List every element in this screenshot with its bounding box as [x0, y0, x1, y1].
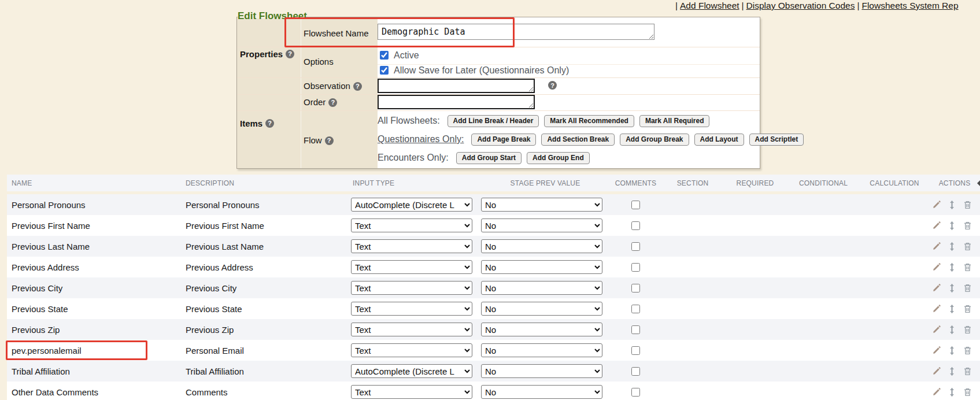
add-group-start-button[interactable]: Add Group Start	[456, 152, 522, 164]
move-icon[interactable]	[947, 200, 957, 210]
conditional-cell	[787, 382, 860, 400]
input-type-select[interactable]: Text	[351, 281, 472, 295]
delete-icon[interactable]	[963, 200, 972, 210]
comments-checkbox[interactable]	[631, 284, 640, 292]
input-type-select[interactable]: Text	[351, 302, 472, 316]
input-type-cell: Text	[351, 236, 481, 257]
delete-icon[interactable]	[963, 304, 972, 314]
stage-prev-value-select[interactable]: No	[481, 218, 602, 232]
observation-input[interactable]	[378, 79, 535, 93]
stage-prev-value-select[interactable]: No	[481, 239, 602, 253]
comments-checkbox[interactable]	[631, 305, 640, 313]
move-icon[interactable]	[947, 346, 957, 355]
delete-icon[interactable]	[963, 262, 972, 272]
comments-checkbox[interactable]	[631, 201, 640, 209]
stage-prev-value-cell: No	[481, 257, 609, 277]
stage-prev-value-cell: No	[481, 236, 609, 257]
add-section-break-button[interactable]: Add Section Break	[541, 134, 615, 146]
stage-prev-value-select[interactable]: No	[481, 281, 602, 295]
input-type-select[interactable]: Text	[351, 385, 472, 399]
add-group-break-button[interactable]: Add Group Break	[620, 134, 689, 146]
comments-checkbox[interactable]	[631, 325, 640, 334]
input-type-select[interactable]: Text	[351, 323, 472, 336]
stage-prev-value-select[interactable]: No	[481, 302, 602, 316]
move-icon[interactable]	[947, 366, 957, 376]
actions-cell	[929, 215, 980, 236]
stage-prev-value-select[interactable]: No	[481, 364, 602, 378]
delete-icon[interactable]	[963, 283, 972, 293]
active-checkbox[interactable]	[380, 51, 389, 60]
stage-prev-value-select[interactable]: No	[481, 343, 602, 357]
edit-icon[interactable]	[931, 366, 941, 376]
move-icon[interactable]	[947, 304, 957, 314]
comments-cell	[609, 361, 662, 382]
stage-prev-value-select[interactable]: No	[481, 323, 602, 336]
delete-icon[interactable]	[963, 242, 972, 251]
input-type-select[interactable]: Text	[351, 239, 472, 253]
properties-help-icon[interactable]	[286, 50, 294, 58]
mark-all-recommended-button[interactable]: Mark All Recommended	[544, 115, 634, 127]
add-line-break-header-button[interactable]: Add Line Break / Header	[448, 115, 539, 127]
flowsheet-name-input[interactable]: Demographic Data	[378, 24, 654, 40]
comments-checkbox[interactable]	[631, 367, 640, 376]
stage-prev-value-select[interactable]: No	[481, 260, 602, 274]
edit-icon[interactable]	[931, 200, 941, 210]
edit-icon[interactable]	[931, 346, 941, 355]
flow-help-icon[interactable]	[325, 136, 334, 145]
col-header-required: REQUIRED	[723, 175, 787, 191]
edit-icon[interactable]	[931, 304, 941, 314]
edit-icon[interactable]	[931, 242, 941, 251]
allow-save-checkbox[interactable]	[380, 66, 389, 75]
section-cell	[662, 319, 723, 340]
input-type-cell: Text	[351, 319, 481, 340]
move-icon[interactable]	[947, 262, 957, 272]
nav-link-display-observation-codes[interactable]: Display Observation Codes	[746, 1, 855, 10]
stage-prev-value-select[interactable]: No	[481, 198, 602, 212]
add-page-break-button[interactable]: Add Page Break	[471, 134, 536, 146]
edit-icon[interactable]	[931, 387, 941, 397]
nav-link-add-flowsheet[interactable]: Add Flowsheet	[680, 1, 739, 10]
items-help-icon[interactable]	[265, 119, 274, 128]
delete-icon[interactable]	[963, 221, 972, 231]
comments-cell	[609, 277, 662, 298]
order-help-icon[interactable]	[328, 98, 337, 107]
nav-link-flowsheets-system-rep[interactable]: Flowsheets System Rep	[861, 1, 958, 10]
input-type-cell: Text	[351, 382, 481, 400]
stage-prev-value-select[interactable]: No	[481, 385, 602, 399]
comments-checkbox[interactable]	[631, 242, 640, 251]
observation-label-help-icon[interactable]	[353, 82, 362, 91]
move-icon[interactable]	[947, 221, 957, 231]
input-type-select[interactable]: AutoComplete (Discrete L	[351, 364, 472, 378]
input-type-select[interactable]: Text	[351, 218, 472, 232]
flow-group-encounters-only: Encounters Only:Add Group StartAdd Group…	[378, 150, 759, 165]
observation-field-help-icon[interactable]	[548, 81, 557, 90]
delete-icon[interactable]	[963, 387, 972, 397]
delete-icon[interactable]	[963, 346, 972, 355]
comments-checkbox[interactable]	[631, 263, 640, 272]
comments-checkbox[interactable]	[631, 221, 640, 230]
add-scriptlet-button[interactable]: Add Scriptlet	[749, 134, 804, 146]
add-group-end-button[interactable]: Add Group End	[527, 152, 590, 164]
move-icon[interactable]	[947, 242, 957, 251]
flowsheet-items-table: NAMEDESCRIPTIONINPUT TYPESTAGE PREV VALU…	[7, 175, 980, 400]
comments-checkbox[interactable]	[631, 388, 640, 397]
move-icon[interactable]	[947, 325, 957, 335]
input-type-select[interactable]: Text	[351, 260, 472, 274]
edit-icon[interactable]	[931, 262, 941, 272]
move-icon[interactable]	[947, 283, 957, 293]
delete-icon[interactable]	[963, 366, 972, 376]
move-icon[interactable]	[947, 387, 957, 397]
mark-all-required-button[interactable]: Mark All Required	[639, 115, 710, 127]
input-type-select[interactable]: Text	[351, 343, 472, 357]
order-input[interactable]	[378, 95, 535, 109]
delete-icon[interactable]	[963, 325, 972, 335]
section-cell	[662, 277, 723, 298]
conditional-cell	[787, 236, 860, 257]
calculation-cell	[860, 215, 929, 236]
add-layout-button[interactable]: Add Layout	[694, 134, 744, 146]
edit-icon[interactable]	[931, 325, 941, 335]
input-type-select[interactable]: AutoComplete (Discrete L	[351, 198, 472, 212]
edit-icon[interactable]	[931, 283, 941, 293]
comments-checkbox[interactable]	[631, 346, 640, 355]
edit-icon[interactable]	[931, 221, 941, 231]
